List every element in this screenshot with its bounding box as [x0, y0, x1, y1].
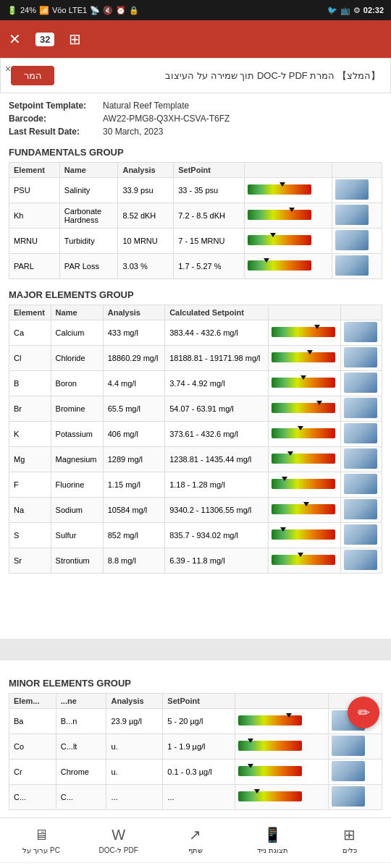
mobile-view-button[interactable]: 📱 תצוגת נייד — [251, 826, 294, 854]
table-row: NaSodium10584 mg/l9340.2 - 11306.55 mg/l — [9, 498, 382, 523]
twitter-icon: 🐦 — [327, 6, 337, 15]
table-row: SSulfur852 mg/l835.7 - 934.02 mg/l — [9, 523, 382, 548]
cell-name: Sodium — [51, 498, 103, 523]
col-analysis-m: Analysis — [103, 305, 164, 320]
col-analysis-min: Analysis — [106, 694, 163, 709]
mobile-icon: 📱 — [264, 826, 282, 843]
cell-analysis: 18860.29 mg/l — [103, 346, 164, 371]
edit-icon: ✏ — [358, 704, 370, 721]
cell-name: Chrome — [56, 760, 106, 785]
color-bar-cell — [269, 371, 341, 396]
pc-edit-button[interactable]: 🖥 ערוך על PC — [20, 827, 63, 854]
thumbnail-cell — [341, 472, 382, 498]
cell-element: Co — [9, 734, 56, 760]
doc-pdf-button[interactable]: W DOC-ל PDF — [97, 827, 140, 854]
banner-convert-button[interactable]: המר — [11, 66, 54, 85]
fab-edit-button[interactable]: ✏ — [348, 697, 379, 728]
cell-analysis: 65.5 mg/l — [103, 396, 164, 422]
status-right: 🐦 📺 ⚙ 02:32 — [327, 6, 384, 15]
cell-analysis: 4.4 mg/l — [103, 371, 164, 396]
cell-analysis: 1.15 mg/l — [103, 472, 164, 498]
table-row: BrBromine65.5 mg/l54.07 - 63.91 mg/l — [9, 396, 382, 422]
col-element-m: Element — [9, 305, 51, 320]
cell-name: C...lt — [56, 734, 106, 760]
cell-setpoint: 9340.2 - 11306.55 mg/l — [165, 498, 269, 523]
doc-label: DOC-ל PDF — [98, 846, 138, 854]
status-bar: 🔋 24% 📶 Vöo LTE1 📡 🔇 ⏰ 🔒 🐦 📺 ⚙ 02:32 — [0, 0, 391, 20]
white-space-1 — [0, 581, 391, 639]
word-icon: W — [112, 827, 125, 843]
cell-analysis: 1289 mg/l — [103, 447, 164, 472]
share-label: שתף — [188, 846, 203, 854]
cell-element: Na — [9, 498, 51, 523]
col-element-f: Element — [9, 163, 60, 178]
table-row: ClChloride18860.29 mg/l18188.81 - 19171.… — [9, 346, 382, 371]
color-bar-cell — [269, 498, 341, 523]
cell-element: Sr — [9, 548, 51, 574]
date-value: 30 March, 2023 — [103, 127, 163, 137]
barcode-value: AW22-PMG8-Q3XH-CSVA-T6FZ — [103, 114, 230, 124]
cell-element: Cr — [9, 760, 56, 785]
thumbnail-cell — [341, 320, 382, 346]
cell-setpoint: 7.2 - 8.5 dKH — [174, 203, 244, 229]
cell-setpoint: 383.44 - 432.6 mg/l — [165, 320, 269, 346]
close-button[interactable]: ✕ — [9, 30, 21, 48]
color-bar-cell — [269, 447, 341, 472]
setpoint-value: Natural Reef Template — [103, 101, 189, 111]
fundamentals-table: Element Name Analysis SetPoint PSUSalini… — [9, 162, 382, 279]
col-analysis-f: Analysis — [118, 163, 174, 178]
color-bar-cell — [244, 229, 332, 254]
color-bar-cell — [235, 709, 329, 734]
share-button[interactable]: ↗ שתף — [174, 826, 217, 854]
banner-close-button[interactable]: × — [5, 63, 11, 75]
grid-view-button[interactable]: ⊞ — [69, 30, 81, 48]
cell-analysis: 852 mg/l — [103, 523, 164, 548]
cell-name: Sulfur — [51, 523, 103, 548]
thumbnail-cell — [341, 422, 382, 447]
cell-name: C... — [56, 785, 106, 810]
cell-setpoint: 1.7 - 5.27 % — [174, 254, 244, 279]
minor-title: MINOR ELEMENTS GROUP — [9, 678, 382, 689]
col-bar-f — [244, 163, 332, 178]
signal-icon: 📶 — [39, 6, 49, 15]
cell-setpoint: 835.7 - 934.02 mg/l — [165, 523, 269, 548]
mobile-label: תצוגת נייד — [257, 846, 288, 854]
thumbnail-cell — [341, 371, 382, 396]
cell-name: Potassium — [51, 422, 103, 447]
setpoint-template-row: Setpoint Template: Natural Reef Template — [9, 101, 382, 111]
share-icon: ↗ — [189, 826, 201, 843]
color-bar-cell — [235, 734, 329, 760]
tab-count[interactable]: 32 — [35, 33, 54, 46]
pc-icon: 🖥 — [34, 827, 49, 843]
cell-analysis: u. — [106, 760, 163, 785]
cell-name: Carbonate Hardness — [59, 203, 118, 229]
color-bar-cell — [269, 472, 341, 498]
thumbnail-cell — [341, 498, 382, 523]
cell-analysis: 23.9 µg/l — [106, 709, 163, 734]
cell-name: Fluorine — [51, 472, 103, 498]
col-name-m: Name — [51, 305, 103, 320]
thumbnail-cell — [332, 178, 382, 203]
cell-analysis: 406 mg/l — [103, 422, 164, 447]
table-row: PARLPAR Loss3.03 %1.7 - 5.27 % — [9, 254, 382, 279]
col-element-min: Elem... — [9, 694, 56, 709]
cell-name: Bromine — [51, 396, 103, 422]
thumbnail-cell — [341, 548, 382, 574]
tools-button[interactable]: ⊞ כלים — [328, 826, 371, 854]
col-setpoint-f: SetPoint — [174, 163, 244, 178]
cell-analysis: 433 mg/l — [103, 320, 164, 346]
cell-name: Turbidity — [59, 229, 118, 254]
cell-name: Calcium — [51, 320, 103, 346]
table-row: KPotassium406 mg/l373.61 - 432.6 mg/l — [9, 422, 382, 447]
cell-element: Kh — [9, 203, 60, 229]
wifi-icon: 📡 — [90, 6, 100, 15]
thumbnail-cell — [329, 734, 382, 760]
thumbnail-cell — [329, 760, 382, 785]
table-row: PSUSalinity33.9 psu33 - 35 psu — [9, 178, 382, 203]
col-chart-m — [341, 305, 382, 320]
cell-setpoint: 33 - 35 psu — [174, 178, 244, 203]
table-row: C...C......... — [9, 785, 382, 810]
cell-element: Ca — [9, 320, 51, 346]
cell-analysis: ... — [106, 785, 163, 810]
color-bar-cell — [235, 760, 329, 785]
